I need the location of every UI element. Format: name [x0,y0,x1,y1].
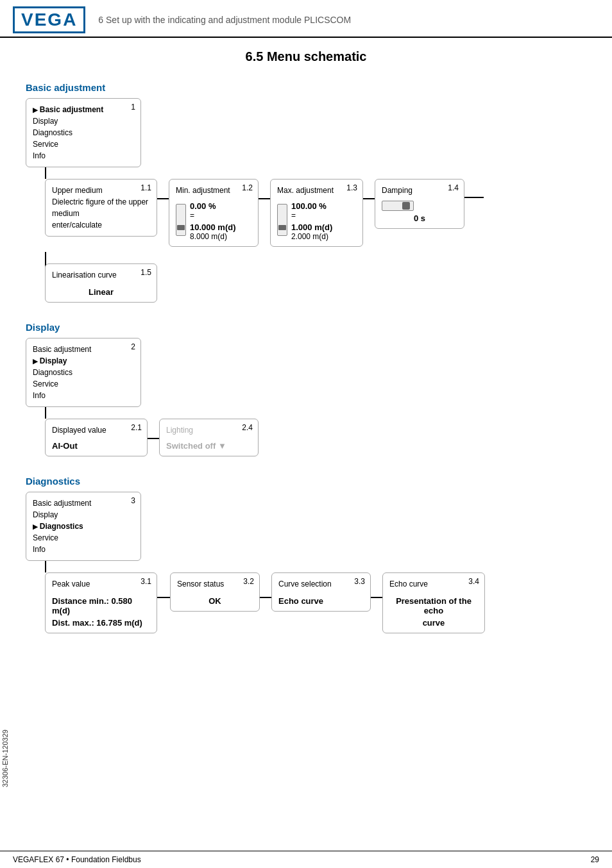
vline-basic [45,167,46,179]
box-3-2: 3.2 Sensor status OK [170,572,260,612]
box-number-2-1: 2.1 [131,423,142,432]
hline-3-1-to-3-2 [158,597,170,598]
item-lin-curve: Linearisation curve [52,269,150,281]
box-number-3-3: 3.3 [354,577,365,586]
box-number-3-2: 3.2 [243,577,254,586]
box-2-4: 2.4 Lighting Switched off ▼ [159,419,259,456]
box-3-1: 3.1 Peak value Distance min.: 0.580 m(d)… [45,572,157,633]
menu-item-service: Service [33,138,134,150]
echo-curve-desc2: curve [389,618,478,628]
header-title: 6 Set up with the indicating and adjustm… [98,15,351,25]
box-number-1-2: 1.2 [242,183,253,192]
damping-val: 0 s [382,213,457,223]
menu-item2-service: Service [33,378,134,390]
trailing-line-1-4 [464,197,484,198]
box-number-1-3: 1.3 [346,183,357,192]
menu-item-info: Info [33,150,134,162]
box-number-3-1: 3.1 [140,577,151,586]
menu-item3-display: Display [33,509,134,521]
box-3-4: 3.4 Echo curve Presentation of the echo … [382,572,485,633]
footer-right: 29 [591,855,599,864]
item-curve-sel: Curve selection [278,578,364,590]
echo-curve-desc1: Presentation of the echo [389,596,478,615]
max-adj-val: 100.00 % [291,201,332,211]
item-min-adj: Min. adjustment [176,185,251,196]
section-display: Display 2 Basic adjustment Display Diagn… [26,322,586,456]
damping-slider [382,201,414,211]
box-number-1-5: 1.5 [140,268,151,277]
menu-item2-info: Info [33,390,134,401]
menu-item3-info: Info [33,544,134,555]
box-1-3: 1.3 Max. adjustment 100.00 % = 1.000 m(d… [270,179,363,247]
section-heading-basic: Basic adjustment [26,82,586,93]
box-1-4: 1.4 Damping 0 s [375,179,464,229]
main-content: Basic adjustment 1 Basic adjustment Disp… [0,82,612,674]
section-basic-adjustment: Basic adjustment 1 Basic adjustment Disp… [26,82,586,303]
item-peak-val: Peak value [52,578,150,590]
lighting-val: Switched off ▼ [166,441,251,451]
item-medium: medium [52,208,150,219]
item-upper-medium: Upper medium [52,185,150,196]
menu-item3-service: Service [33,532,134,544]
lin-curve-val: Linear [52,287,150,297]
menu-item2-diagnostics: Diagnostics [33,367,134,378]
displayed-val: AI-Out [52,441,140,451]
menu-item-basic-adj: Basic adjustment [33,104,134,115]
max-adj-eq: = [291,211,332,220]
curve-sel-val: Echo curve [278,596,364,606]
min-adj-slider [176,204,186,236]
item-damping: Damping [382,185,457,196]
min-adj-eq: = [190,211,236,220]
vega-logo: VEGA [13,6,85,33]
basic-sub-row-1: 1.1 Upper medium Dielectric figure of th… [45,179,484,247]
item-displayed-val: Displayed value [52,424,140,436]
box-1-2: 1.2 Min. adjustment 0.00 % = 10.000 m(d)… [169,179,259,247]
page-title-area: 6.5 Menu schematic [0,38,612,71]
box-2-1: 2.1 Displayed value AI-Out [45,419,148,456]
min-adj-dist1: 10.000 m(d) [190,222,236,232]
hline-2-1-to-2-4 [148,438,159,439]
peak-dist-min: Distance min.: 0.580 m(d) [52,596,150,615]
hline-1-1-to-1-2 [157,198,169,199]
box-number-1-1: 1.1 [140,183,151,192]
max-adj-dist1: 1.000 m(d) [291,222,332,232]
page-header: VEGA 6 Set up with the indicating and ad… [0,0,612,38]
diag-sub-row: 3.1 Peak value Distance min.: 0.580 m(d)… [45,572,485,633]
item-enter-calc: enter/calculate [52,219,150,231]
box-number-2: 2 [131,342,135,351]
hline-3-2-to-3-3 [260,597,271,598]
menu-item-diagnostics: Diagnostics [33,127,134,138]
hline-1-2-to-1-3 [259,198,270,199]
min-adj-val: 0.00 % [190,201,236,211]
menu-item3-basic-adj: Basic adjustment [33,497,134,509]
hline-3-3-to-3-4 [371,597,382,598]
display-main-menu-box: 2 Basic adjustment Display Diagnostics S… [26,338,141,407]
min-adj-dist2: 8.000 m(d) [190,232,236,241]
page-footer: VEGAFLEX 67 • Foundation Fieldbus 29 [0,851,612,868]
max-adj-slider [277,204,287,236]
vline-diag [45,561,46,572]
box-number-2-4: 2.4 [242,423,253,432]
section-heading-diagnostics: Diagnostics [26,476,586,487]
item-max-adj: Max. adjustment [277,185,356,196]
display-sub-row: 2.1 Displayed value AI-Out 2.4 Lighting … [45,419,259,456]
basic-main-box-wrap: 1 Basic adjustment Display Diagnostics S… [26,98,141,179]
basic-main-menu-box: 1 Basic adjustment Display Diagnostics S… [26,98,141,167]
peak-dist-max: Dist. max.: 16.785 m(d) [52,618,150,628]
diag-main-menu-box: 3 Basic adjustment Display Diagnostics S… [26,492,141,561]
hline-1-3-to-1-4 [363,198,375,199]
item-echo-curve: Echo curve [389,578,478,590]
box-number-1: 1 [131,103,135,112]
page-title: 6.5 Menu schematic [0,49,612,64]
box-number-3: 3 [131,496,135,505]
display-main-box-wrap: 2 Basic adjustment Display Diagnostics S… [26,338,141,419]
vline-display [45,407,46,419]
item-lighting: Lighting [166,424,251,436]
menu-item2-basic-adj: Basic adjustment [33,344,134,355]
section-heading-display: Display [26,322,586,333]
footer-left: VEGAFLEX 67 • Foundation Fieldbus [13,855,141,864]
item-sensor-status: Sensor status [177,578,253,590]
box-1-1: 1.1 Upper medium Dielectric figure of th… [45,179,157,237]
diag-main-box-wrap: 3 Basic adjustment Display Diagnostics S… [26,492,141,572]
box-3-3: 3.3 Curve selection Echo curve [271,572,371,612]
